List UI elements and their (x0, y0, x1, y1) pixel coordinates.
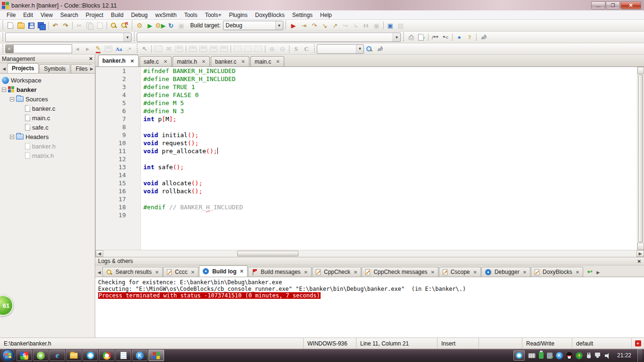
logs-tab-cccc[interactable]: Cccc (163, 267, 198, 277)
tab-close-icon[interactable] (191, 270, 195, 275)
wxsmith-dialog-button[interactable] (164, 44, 174, 54)
scroll-down-icon[interactable] (637, 243, 644, 250)
step-into-button[interactable] (320, 21, 330, 31)
menu-item-build[interactable]: Build (107, 10, 127, 20)
tab-close-icon[interactable] (576, 270, 579, 275)
logs-tab-doxyblocks[interactable]: DoxyBlocks (531, 267, 583, 277)
tray-keyboard-icon[interactable] (528, 353, 536, 358)
tab-close-icon[interactable] (239, 269, 243, 274)
code-line[interactable] (143, 123, 644, 131)
copy-button[interactable] (84, 21, 95, 31)
tab-symbols[interactable]: Symbols (39, 64, 70, 73)
incsearch-clear-button[interactable] (5, 44, 13, 53)
chevron-down-icon[interactable] (356, 45, 363, 53)
tray-volume-icon[interactable] (605, 353, 611, 359)
tab-close-icon[interactable] (276, 59, 280, 64)
taskbar-notepad[interactable] (116, 350, 131, 361)
build-and-run-button[interactable] (155, 21, 166, 31)
code-line[interactable]: #define N 3 (143, 107, 644, 115)
editor-vertical-scrollbar[interactable] (637, 67, 644, 250)
code-line[interactable]: void allocate(); (143, 179, 644, 187)
editor-tab-safe-c[interactable]: safe.c (140, 56, 172, 66)
tree-item-banker-h[interactable]: banker.h (0, 141, 95, 151)
tree-item-safe-c[interactable]: safe.c (0, 123, 95, 132)
logs-close-icon[interactable] (637, 259, 641, 264)
code-line[interactable]: #define FALSE 0 (143, 91, 644, 99)
code-line[interactable]: #ifndef BANKER_H_INCLUDED (143, 67, 644, 75)
scroll-up-icon[interactable] (637, 67, 644, 74)
compiler-combobox[interactable] (5, 33, 132, 42)
tabs-scroll-left-icon[interactable] (1, 65, 7, 73)
toolbar-grip[interactable] (284, 21, 288, 30)
undo-button[interactable] (50, 21, 60, 31)
logs-tabs-scroll-right-icon[interactable] (595, 268, 601, 277)
border-all-button[interactable] (253, 44, 264, 54)
tree-expander-icon[interactable] (2, 88, 6, 92)
chevron-down-icon[interactable] (124, 33, 131, 41)
wxsmith-panel-button[interactable] (174, 44, 184, 54)
tab-close-icon[interactable] (130, 58, 134, 64)
editor-tab-main-c[interactable]: main.c (250, 56, 284, 66)
toolbar-grip[interactable] (130, 21, 133, 30)
code-line[interactable]: #endif // BANKER_H_INCLUDED (143, 203, 644, 211)
symbols-combobox[interactable] (137, 33, 401, 42)
regex-button[interactable]: .* (124, 44, 134, 54)
code-line[interactable]: void rollback(); (143, 187, 644, 195)
code-line[interactable]: int safe(); (143, 163, 644, 171)
tab-close-icon[interactable] (473, 270, 477, 275)
logs-tabs-scroll-left-icon[interactable] (96, 268, 102, 277)
cscope-combobox[interactable] (317, 44, 364, 54)
next-instruction-button[interactable] (340, 21, 351, 31)
code-line[interactable]: int p[M]; (143, 115, 644, 123)
menu-item-file[interactable]: File (3, 10, 19, 20)
tabs-scroll-right-icon[interactable] (89, 65, 95, 73)
status-error-icon[interactable]: + (632, 338, 644, 349)
taskbar-codeblocks[interactable] (149, 350, 164, 361)
paste-button[interactable] (95, 21, 105, 31)
code-line[interactable] (143, 211, 644, 219)
toolbar-grip[interactable] (1, 44, 4, 53)
code-line[interactable]: #define BANKER_H_INCLUDED (143, 75, 644, 83)
tray-pps[interactable] (513, 350, 525, 361)
vertical-scroll-thumb[interactable] (638, 74, 643, 242)
menu-item-settings[interactable]: Settings (289, 10, 316, 20)
toolbar-grip[interactable] (135, 44, 139, 53)
logs-tab-search-results[interactable]: Search results (102, 267, 163, 277)
toolbar-grip[interactable] (1, 21, 4, 30)
wxsmith-pointer-button[interactable] (140, 44, 150, 54)
debugging-windows-button[interactable] (385, 21, 396, 31)
step-into-instruction-button[interactable] (351, 21, 361, 31)
doxyblocks-view-html-button[interactable] (416, 33, 427, 42)
show-desktop-button[interactable] (637, 349, 642, 362)
stop-debugger-button[interactable] (372, 21, 382, 31)
tab-close-icon[interactable] (523, 270, 527, 275)
logs-tab-build-messages[interactable]: Build messages (248, 267, 312, 277)
doxyblocks-extract-button[interactable] (406, 33, 416, 42)
border-right-button[interactable] (243, 44, 253, 54)
zoom-in-button[interactable] (267, 44, 277, 54)
tray-usb-icon[interactable] (539, 352, 544, 359)
code-line[interactable]: #define M 5 (143, 99, 644, 107)
menu-item-search[interactable]: Search (57, 10, 82, 20)
abort-button[interactable] (176, 21, 187, 31)
menu-item-view[interactable]: View (37, 10, 57, 20)
code-line[interactable]: #define TRUE 1 (143, 83, 644, 91)
wxsmith-widget-button[interactable] (153, 44, 164, 54)
chevron-down-icon[interactable] (275, 21, 283, 30)
run-button[interactable] (145, 21, 155, 31)
tree-item-workspace[interactable]: Workspace (0, 75, 95, 85)
editor-body[interactable]: 12345678910111213141516171819 #ifndef BA… (96, 67, 644, 250)
build-target-combobox[interactable]: Debug (223, 21, 283, 30)
restore-button[interactable] (606, 1, 620, 9)
tree-item-headers[interactable]: Headers (0, 132, 95, 141)
incremental-search-input[interactable] (13, 44, 72, 53)
taskbar-kugou[interactable]: K (132, 350, 148, 361)
management-close-icon[interactable] (89, 56, 93, 61)
menu-item-tools[interactable]: Tools+ (201, 10, 225, 20)
build-button[interactable] (134, 21, 145, 31)
minimize-button[interactable] (591, 1, 605, 9)
editor-tab-banker-h[interactable]: banker.h (98, 55, 139, 66)
open-file-button[interactable] (16, 21, 26, 31)
tab-close-icon[interactable] (202, 59, 206, 64)
build-log-content[interactable]: Checking for existence: E:\banker\bin\De… (95, 277, 644, 337)
